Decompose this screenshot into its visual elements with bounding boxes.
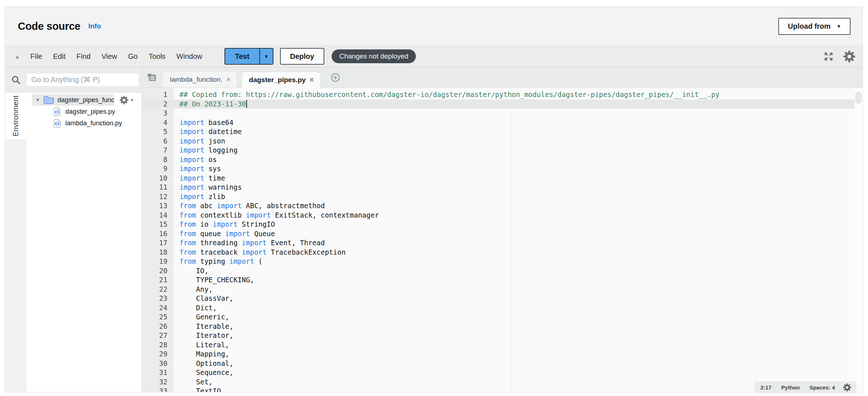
- code-editor[interactable]: 1 ## Copied from: https://raw.githubuser…: [142, 88, 863, 392]
- line-number[interactable]: 11: [142, 183, 173, 192]
- new-tab-icon[interactable]: [330, 73, 340, 82]
- line-number[interactable]: 15: [142, 220, 173, 229]
- line-number[interactable]: 10: [142, 174, 173, 183]
- close-tab-icon[interactable]: ×: [226, 76, 231, 84]
- code-line[interactable]: 5 import datetime: [142, 127, 863, 137]
- code-text[interactable]: from threading import Event, Thread: [173, 238, 325, 248]
- code-text[interactable]: Sequence,: [173, 368, 234, 377]
- code-line[interactable]: 22 Any,: [142, 285, 863, 294]
- menu-edit[interactable]: Edit: [48, 52, 71, 61]
- line-number[interactable]: 16: [142, 229, 173, 239]
- code-text[interactable]: from queue import Queue: [173, 229, 275, 239]
- line-number[interactable]: 23: [142, 294, 173, 303]
- line-number[interactable]: 19: [142, 257, 173, 266]
- menu-go[interactable]: Go: [122, 52, 143, 61]
- code-line[interactable]: 26 Iterable,: [142, 322, 863, 331]
- tab-dagster_pipespy[interactable]: dagster_pipes.py ×: [242, 72, 320, 88]
- code-line[interactable]: 31 Sequence,: [142, 368, 863, 377]
- code-line[interactable]: 28 Literal,: [142, 340, 863, 350]
- code-line[interactable]: 13 from abc import ABC, abstractmethod: [142, 201, 863, 211]
- tree-settings-button[interactable]: ▼: [119, 95, 134, 105]
- menu-file[interactable]: File: [25, 52, 48, 61]
- line-number[interactable]: 28: [142, 340, 173, 350]
- code-line[interactable]: 12 import zlib: [142, 192, 863, 202]
- code-text[interactable]: Iterator,: [173, 331, 234, 340]
- tree-folder-selected[interactable]: ▼ dagster_pipes_function: [32, 94, 114, 106]
- code-line[interactable]: 15 from io import StringIO: [142, 220, 863, 229]
- code-line[interactable]: 7 import logging: [142, 146, 863, 155]
- collapse-pane-icon[interactable]: ▲: [15, 53, 20, 60]
- code-text[interactable]: from typing import (: [173, 257, 263, 266]
- code-text[interactable]: Generic,: [173, 312, 229, 322]
- code-line[interactable]: 9 import sys: [142, 164, 863, 174]
- code-line[interactable]: 6 import json: [142, 137, 863, 146]
- code-line[interactable]: 18 from traceback import TracebackExcept…: [142, 248, 863, 257]
- line-number[interactable]: 18: [142, 248, 173, 257]
- code-line[interactable]: 16 from queue import Queue: [142, 229, 863, 239]
- line-number[interactable]: 6: [142, 137, 173, 146]
- code-text[interactable]: import sys: [173, 164, 221, 174]
- code-text[interactable]: from io import StringIO: [173, 220, 275, 229]
- code-text[interactable]: Iterable,: [173, 322, 234, 331]
- code-line[interactable]: 20 IO,: [142, 266, 863, 276]
- line-number[interactable]: 29: [142, 349, 173, 359]
- code-text[interactable]: import warnings: [173, 183, 242, 192]
- info-link[interactable]: Info: [88, 22, 101, 30]
- line-number[interactable]: 26: [142, 322, 173, 331]
- tab-lambda_function[interactable]: lambda_function. ×: [162, 71, 237, 88]
- code-text[interactable]: IO,: [173, 266, 208, 276]
- code-text[interactable]: from contextlib import ExitStack, contex…: [173, 211, 379, 220]
- code-line[interactable]: 10 import time: [142, 174, 863, 183]
- disclosure-triangle-icon[interactable]: ▼: [36, 97, 40, 102]
- code-line[interactable]: 19 from typing import (: [142, 257, 863, 266]
- code-text[interactable]: from traceback import TracebackException: [173, 248, 346, 257]
- code-line[interactable]: 14 from contextlib import ExitStack, con…: [142, 211, 863, 220]
- line-number[interactable]: 4: [142, 118, 173, 128]
- code-line[interactable]: 30 Optional,: [142, 359, 863, 368]
- line-number[interactable]: 14: [142, 211, 173, 220]
- line-number[interactable]: 9: [142, 164, 173, 174]
- code-line[interactable]: 17 from threading import Event, Thread: [142, 238, 863, 248]
- line-number[interactable]: 33: [142, 387, 173, 392]
- tab-environment[interactable]: Environment: [5, 93, 26, 139]
- status-gear-icon[interactable]: [843, 383, 852, 392]
- code-line[interactable]: 21 TYPE_CHECKING,: [142, 275, 863, 285]
- code-line[interactable]: 2 ## On 2023-11-30: [142, 100, 863, 109]
- code-text[interactable]: import json: [173, 137, 225, 146]
- code-text[interactable]: Set,: [173, 377, 213, 387]
- test-button[interactable]: Test ▼: [224, 48, 273, 65]
- indentation-setting[interactable]: Spaces: 4: [810, 384, 835, 391]
- code-text[interactable]: [173, 109, 179, 118]
- line-number[interactable]: 32: [142, 377, 173, 387]
- line-number[interactable]: 17: [142, 238, 173, 248]
- menu-find[interactable]: Find: [71, 52, 96, 61]
- code-text[interactable]: import logging: [173, 146, 238, 155]
- open-files-list-icon[interactable]: [146, 72, 157, 83]
- line-number[interactable]: 25: [142, 312, 173, 322]
- line-number[interactable]: 31: [142, 368, 173, 377]
- language-mode[interactable]: Python: [781, 384, 800, 391]
- code-line[interactable]: 11 import warnings: [142, 183, 863, 192]
- menu-window[interactable]: Window: [171, 52, 208, 61]
- code-line[interactable]: 24 Dict,: [142, 303, 863, 313]
- tree-folder-row[interactable]: ▼ dagster_pipes_function: [26, 94, 142, 106]
- scrollbar-track[interactable]: [855, 88, 863, 392]
- code-text[interactable]: Literal,: [173, 340, 229, 350]
- code-text[interactable]: ## On 2023-11-30: [173, 100, 247, 109]
- line-number[interactable]: 1: [142, 90, 173, 100]
- code-text[interactable]: import datetime: [173, 127, 242, 137]
- upload-from-button[interactable]: Upload from ▼: [778, 18, 851, 35]
- menu-tools[interactable]: Tools: [143, 52, 171, 61]
- scrollbar-thumb[interactable]: [856, 92, 861, 104]
- line-number[interactable]: 8: [142, 155, 173, 165]
- code-line[interactable]: 8 import os: [142, 155, 863, 165]
- code-line[interactable]: 25 Generic,: [142, 312, 863, 322]
- line-number[interactable]: 21: [142, 275, 173, 285]
- code-text[interactable]: TextIO,: [173, 387, 225, 392]
- goto-anything-input[interactable]: [26, 73, 139, 86]
- code-line[interactable]: 3: [142, 109, 863, 118]
- code-text[interactable]: from abc import ABC, abstractmethod: [173, 201, 325, 211]
- test-dropdown-icon[interactable]: ▼: [259, 49, 273, 64]
- gear-icon[interactable]: [843, 50, 856, 63]
- tree-file-row[interactable]: lambda_function.py: [26, 117, 142, 129]
